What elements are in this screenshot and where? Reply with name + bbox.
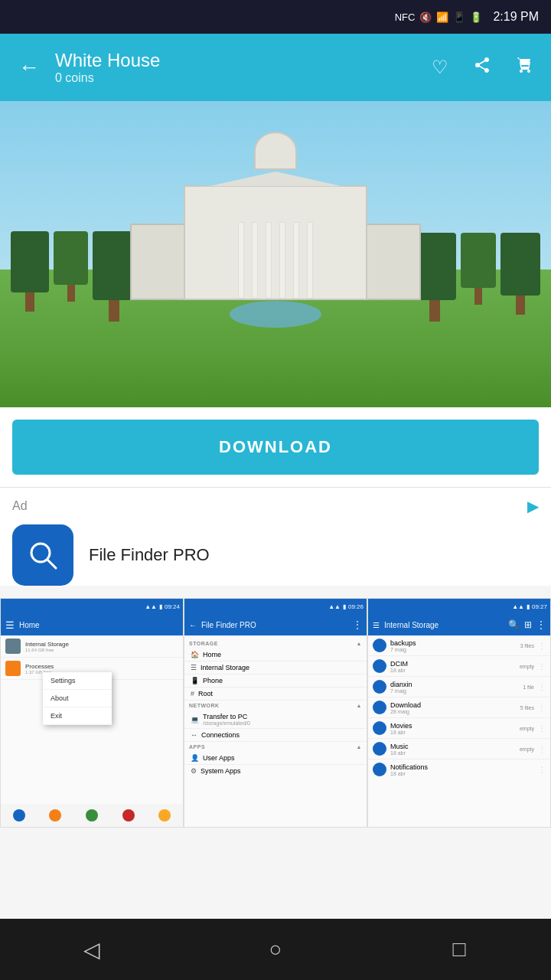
ss3-music-icon bbox=[373, 742, 386, 756]
title-group: White House 0 coins bbox=[55, 50, 418, 85]
ss2-apps-header: APPS▲ bbox=[184, 742, 367, 752]
ss3-statusbar: ▲▲ ▮ 09:27 bbox=[368, 599, 550, 614]
ss2-root-item: # Root bbox=[184, 688, 367, 701]
ss3-notifications: Notifications18 abr ⋮ bbox=[368, 760, 550, 779]
ss3-dcim-icon bbox=[373, 659, 386, 673]
tree-item bbox=[93, 231, 135, 322]
ss2-sysapps-label: System Apps bbox=[201, 767, 241, 775]
ss2-userapps-item: 👤 User Apps bbox=[184, 752, 367, 765]
app-bar-actions: ♡ bbox=[427, 51, 539, 83]
ss3-music-text: Music18 abr bbox=[390, 743, 516, 756]
ss1-process-icon bbox=[5, 661, 21, 676]
nav-home-button[interactable]: ○ bbox=[245, 919, 306, 980]
tree-item bbox=[461, 233, 496, 322]
ss2-transfer-icon: 💻 bbox=[191, 716, 199, 724]
ss1-menu-icon: ☰ bbox=[5, 619, 15, 631]
ss2-phone-item: 📱 Phone bbox=[184, 675, 367, 688]
ss2-more-icon: ⋮ bbox=[353, 619, 362, 630]
ss1-menu-about: About bbox=[43, 690, 112, 707]
status-bar: NFC 🔇 📶 📱 🔋 2:19 PM bbox=[0, 0, 551, 34]
ss3-more-icon: ⋮ bbox=[536, 619, 546, 630]
ss3-movies: Movies18 abr empty ⋮ bbox=[368, 718, 550, 739]
ss2-userapps-icon: 👤 bbox=[191, 754, 199, 762]
status-icons: NFC 🔇 📶 📱 🔋 2:19 PM bbox=[395, 10, 539, 24]
ss3-dianxin: dianxin7 maig 1 file ⋮ bbox=[368, 677, 550, 697]
ss1-fab-5 bbox=[158, 809, 171, 822]
trees-right bbox=[414, 233, 540, 322]
ss3-music: Music18 abr empty ⋮ bbox=[368, 739, 550, 760]
wifi-icon: 📶 bbox=[436, 11, 448, 23]
ss1-item-storage: Internal Storage 11.64 GB free bbox=[1, 635, 183, 658]
ss3-dianxin-icon bbox=[373, 680, 386, 694]
ss2-connections-icon: ↔ bbox=[191, 731, 197, 739]
tree-item bbox=[500, 233, 540, 322]
ss1-menu-settings: Settings bbox=[43, 672, 112, 690]
ss3-content: backups7 maig 3 files ⋮ DCIM18 abr empty… bbox=[368, 635, 550, 827]
ss1-storage-icon bbox=[5, 639, 21, 654]
ad-section: Ad ▶ File Finder PRO bbox=[0, 487, 551, 586]
ss2-internal-label: Internal Storage bbox=[201, 664, 249, 671]
home-nav-icon: ○ bbox=[269, 937, 282, 962]
ss2-internal-icon: ☰ bbox=[191, 664, 197, 671]
ss2-back-icon: ← bbox=[189, 621, 197, 629]
share-button[interactable] bbox=[468, 51, 496, 83]
ss3-movies-icon bbox=[373, 721, 386, 735]
ss3-backups-more: ⋮ bbox=[538, 642, 546, 650]
ad-app-info[interactable]: File Finder PRO bbox=[12, 524, 539, 586]
ss1-toolbar-title: Home bbox=[19, 621, 178, 629]
download-button[interactable]: DOWNLOAD bbox=[12, 420, 539, 475]
ad-label: Ad bbox=[12, 499, 28, 513]
nav-back-button[interactable]: ◁ bbox=[61, 919, 122, 980]
ss1-fab-2 bbox=[49, 809, 61, 822]
back-nav-icon: ◁ bbox=[83, 937, 100, 962]
download-section: DOWNLOAD bbox=[0, 407, 551, 487]
nav-recent-button[interactable]: □ bbox=[429, 919, 490, 980]
tree-item bbox=[11, 231, 49, 322]
ss3-wifi: ▲▲ bbox=[512, 603, 524, 610]
ss1-storage-detail: 11.64 GB free bbox=[25, 648, 69, 652]
ss3-dcim-more: ⋮ bbox=[538, 662, 546, 671]
ss3-movies-detail: empty bbox=[520, 726, 534, 731]
ss1-process-name: Processes bbox=[25, 663, 54, 670]
nfc-icon: NFC bbox=[395, 11, 416, 23]
ad-arrow-icon: ▶ bbox=[527, 497, 539, 515]
ss3-backups-text: backups7 maig bbox=[390, 639, 517, 652]
coins-label: 0 coins bbox=[55, 71, 418, 85]
ss3-search-icon: 🔍 bbox=[508, 619, 520, 630]
ss3-backups-icon bbox=[373, 639, 386, 652]
ss3-notifications-text: Notifications18 abr bbox=[390, 763, 530, 776]
ss3-movies-more: ⋮ bbox=[538, 724, 546, 733]
building bbox=[130, 132, 421, 300]
ss1-wifi: ▲▲ bbox=[145, 603, 157, 610]
ss3-battery: ▮ bbox=[527, 603, 530, 610]
ss2-sysapps-item: ⚙ System Apps bbox=[184, 765, 367, 777]
ad-header: Ad ▶ bbox=[12, 497, 539, 515]
back-button[interactable]: ← bbox=[12, 49, 46, 86]
mute-icon: 🔇 bbox=[419, 11, 432, 23]
ss1-content: Internal Storage 11.64 GB free Processes… bbox=[1, 635, 183, 827]
sim-icon: 📱 bbox=[453, 11, 465, 23]
ss2-connections-item: ↔ Connections bbox=[184, 729, 367, 742]
ss3-dianxin-detail: 1 file bbox=[523, 684, 534, 690]
ss2-statusbar: ▲▲ ▮ 09:26 bbox=[184, 599, 367, 614]
ss2-connections-label: Connections bbox=[201, 731, 240, 739]
ss2-phone-icon: 📱 bbox=[191, 677, 199, 684]
ss3-grid-icon: ⊞ bbox=[524, 619, 532, 630]
ss3-backups-detail: 3 files bbox=[520, 643, 534, 648]
ss2-internal-item: ☰ Internal Storage bbox=[184, 662, 367, 675]
ss3-backups: backups7 maig 3 files ⋮ bbox=[368, 635, 550, 656]
favorite-button[interactable]: ♡ bbox=[427, 52, 453, 83]
ss2-transfer-text: Transfer to PC/storage/emulated/0 bbox=[203, 713, 250, 726]
cart-button[interactable] bbox=[511, 51, 539, 83]
ss3-menu-icon: ☰ bbox=[373, 621, 380, 629]
ss1-fab-3 bbox=[86, 809, 98, 822]
battery-icon: 🔋 bbox=[470, 11, 482, 23]
tree-item bbox=[54, 231, 88, 322]
ss3-toolbar: ☰ Internal Storage 🔍 ⊞ ⋮ bbox=[368, 614, 550, 635]
ss3-dianxin-more: ⋮ bbox=[538, 683, 546, 691]
ss2-storage-header: STORAGE▲ bbox=[184, 639, 367, 648]
ad-app-icon bbox=[12, 524, 73, 586]
recent-nav-icon: □ bbox=[453, 937, 466, 962]
screenshot-2: ▲▲ ▮ 09:26 ← File Finder PRO ⋮ STORAGE▲ … bbox=[184, 598, 367, 828]
ss2-wifi: ▲▲ bbox=[328, 603, 341, 610]
